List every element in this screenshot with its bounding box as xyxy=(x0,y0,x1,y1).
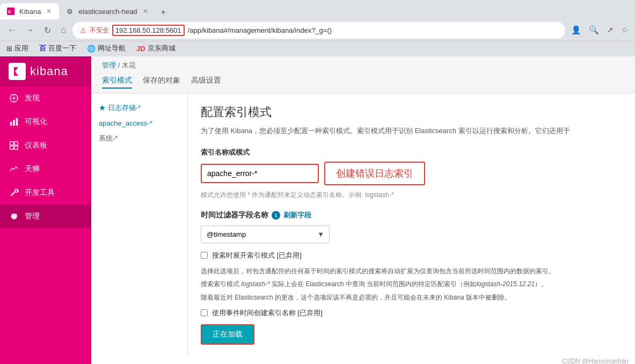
sidebar: kibana 发现 可视化 xyxy=(0,56,91,364)
address-bar[interactable]: ⚠ 不安全 192.168.50.128:5601 /app/kibana#/m… xyxy=(72,22,565,39)
checkbox1-row: 搜索时展开索引模式 [已弃用] xyxy=(201,251,622,260)
list-item-apache-access[interactable]: apache_access-* xyxy=(91,116,187,130)
sidebar-item-devtools-label: 开发工具 xyxy=(25,188,55,198)
bookmark-nav[interactable]: 🌐 网址导航 xyxy=(85,42,128,54)
chart-icon xyxy=(9,117,19,127)
es-favicon: ⚙ xyxy=(65,7,74,16)
sidebar-item-visualize-label: 可视化 xyxy=(25,117,47,127)
info-block: 选择此选项后，对包含通配符的任何基于时间的索引模式的搜索将自动扩展为仅查询包含当… xyxy=(201,266,622,303)
svg-rect-8 xyxy=(10,122,12,126)
list-item-system[interactable]: 系统-* xyxy=(91,130,187,147)
tab-kibana-close[interactable]: ✕ xyxy=(45,6,53,16)
sidebar-item-discover[interactable]: 发现 xyxy=(0,86,91,110)
list-item-favorites[interactable]: ★ 日志存储-* xyxy=(91,100,187,116)
svg-rect-12 xyxy=(14,142,18,145)
warning-label: 不安全 xyxy=(90,26,109,35)
forward-button[interactable]: → xyxy=(23,23,38,37)
tab-advanced-settings[interactable]: 高级设置 xyxy=(191,74,221,89)
sidebar-item-dashboard-label: 仪表板 xyxy=(25,141,47,150)
breadcrumb-separator: / xyxy=(118,61,122,69)
wrench-icon xyxy=(9,187,19,198)
loading-button[interactable]: 正在加载 xyxy=(201,324,254,345)
hint-text: 模式允许您使用 * 作为通配符来定义动态索引名称。示例: logstash-* xyxy=(201,191,622,200)
index-pattern-input[interactable] xyxy=(201,164,319,183)
breadcrumb-management[interactable]: 管理 xyxy=(102,61,116,69)
share-button[interactable]: ↗ xyxy=(604,24,616,37)
sidebar-item-timelion[interactable]: 天狮 xyxy=(0,157,91,181)
loading-btn-wrapper: 正在加载 xyxy=(201,324,622,345)
index-input-row: 创建错误日志索引 xyxy=(201,162,622,185)
checkbox1-label: 搜索时展开索引模式 [已弃用] xyxy=(212,251,302,260)
tab-kibana-label: Kibana xyxy=(19,8,41,16)
sidebar-item-timelion-label: 天狮 xyxy=(25,164,40,174)
back-button[interactable]: ← xyxy=(4,23,19,37)
tab-index-patterns[interactable]: 索引模式 xyxy=(102,74,132,89)
sidebar-item-dashboard[interactable]: 仪表板 xyxy=(0,134,91,157)
timelion-icon xyxy=(9,164,19,174)
kibana-favicon: K xyxy=(6,7,15,16)
content-header: 管理 / 木花 索引模式 保存的对象 高级设置 xyxy=(91,56,635,93)
sidebar-item-visualize[interactable]: 可视化 xyxy=(0,110,91,134)
bookmark-apps[interactable]: ⊞ 应用 xyxy=(4,42,31,54)
content-tabs: 索引模式 保存的对象 高级设置 xyxy=(102,74,624,89)
sidebar-item-discover-label: 发现 xyxy=(25,93,40,103)
tab-kibana[interactable]: K Kibana ✕ xyxy=(0,3,59,19)
security-warning-icon: ⚠ xyxy=(80,26,86,34)
bookmark-baidu[interactable]: 百 百度一下 xyxy=(37,42,78,54)
new-tab-button[interactable]: + xyxy=(156,5,171,19)
svg-rect-11 xyxy=(10,142,13,145)
home-button[interactable]: ⌂ xyxy=(57,23,69,37)
page-description: 为了使用 Kibana，您必须至少配置一种索引模式。索引模式用于识别 Elast… xyxy=(201,126,622,137)
tab-es-label: elasticsearch-head xyxy=(78,8,137,16)
sidebar-item-management[interactable]: 管理 xyxy=(0,205,91,228)
refresh-fields-link[interactable]: 刷新字段 xyxy=(283,210,311,220)
timestamp-select-wrapper: @timestamp None ▼ xyxy=(201,225,330,243)
address-rest: /app/kibana#/management/kibana/index?_g=… xyxy=(188,26,558,34)
tab-es-close[interactable]: ✕ xyxy=(142,6,149,16)
sidebar-item-devtools[interactable]: 开发工具 xyxy=(0,181,91,205)
svg-rect-10 xyxy=(16,118,18,126)
bookmark-button[interactable]: ☆ xyxy=(618,24,631,37)
bookmark-jd[interactable]: JD 京东商城 xyxy=(134,42,178,54)
tab-saved-objects[interactable]: 保存的对象 xyxy=(143,74,180,89)
search-button[interactable]: 🔍 xyxy=(586,24,602,37)
svg-text:K: K xyxy=(8,10,11,14)
tab-es-head[interactable]: ⚙ elasticsearch-head ✕ xyxy=(59,3,155,19)
sidebar-logo[interactable]: kibana xyxy=(0,56,91,86)
logo-icon xyxy=(9,63,26,80)
checkbox2-row: 使用事件时间创建索引名称 [已弃用] xyxy=(201,308,622,318)
watermark: CSDN @Hanxuhanhan xyxy=(91,355,635,364)
profile-button[interactable]: 👤 xyxy=(568,24,584,37)
info-text-2: 搜索索引模式 logstash-* 实际上会在 Elasticsearch 中查… xyxy=(201,279,622,289)
page-title: 配置索引模式 xyxy=(201,104,622,120)
sidebar-nav: 发现 可视化 仪表板 xyxy=(0,86,91,364)
time-filter-label: 时间过滤器字段名称 i 刷新字段 xyxy=(201,210,622,220)
info-icon: i xyxy=(272,211,280,220)
event-time-checkbox[interactable] xyxy=(201,309,208,316)
index-name-label: 索引名称或模式 xyxy=(201,148,622,157)
compass-icon xyxy=(9,93,19,104)
jd-icon: JD xyxy=(136,45,145,53)
timestamp-select[interactable]: @timestamp None xyxy=(201,225,330,243)
apps-icon: ⊞ xyxy=(6,45,12,53)
svg-rect-9 xyxy=(13,120,15,126)
svg-point-3 xyxy=(13,97,15,99)
content-body: 配置索引模式 为了使用 Kibana，您必须至少配置一种索引模式。索引模式用于识… xyxy=(188,93,635,355)
info-text-1: 选择此选项后，对包含通配符的任何基于时间的索引模式的搜索将自动扩展为仅查询包含当… xyxy=(201,266,622,276)
baidu-icon: 百 xyxy=(39,43,46,53)
breadcrumb-current: 木花 xyxy=(122,61,136,69)
gear-icon xyxy=(9,211,19,222)
bookmarks-bar: ⊞ 应用 百 百度一下 🌐 网址导航 JD 京东商城 xyxy=(0,41,635,56)
sidebar-item-management-label: 管理 xyxy=(25,212,40,221)
logo-text: kibana xyxy=(30,64,68,78)
checkbox2-label: 使用事件时间创建索引名称 [已弃用] xyxy=(212,308,323,318)
main-content: 管理 / 木花 索引模式 保存的对象 高级设置 ★ 日志存储-* xyxy=(91,56,635,364)
create-index-button[interactable]: 创建错误日志索引 xyxy=(324,162,425,185)
breadcrumb: 管理 / 木花 xyxy=(102,61,624,70)
address-highlight: 192.168.50.128:5601 xyxy=(112,25,185,36)
index-list: ★ 日志存储-* apache_access-* 系统-* xyxy=(91,93,188,355)
svg-rect-13 xyxy=(10,146,13,149)
dashboard-icon xyxy=(9,140,19,151)
reload-button[interactable]: ↻ xyxy=(41,23,54,38)
expand-index-checkbox[interactable] xyxy=(201,252,208,259)
